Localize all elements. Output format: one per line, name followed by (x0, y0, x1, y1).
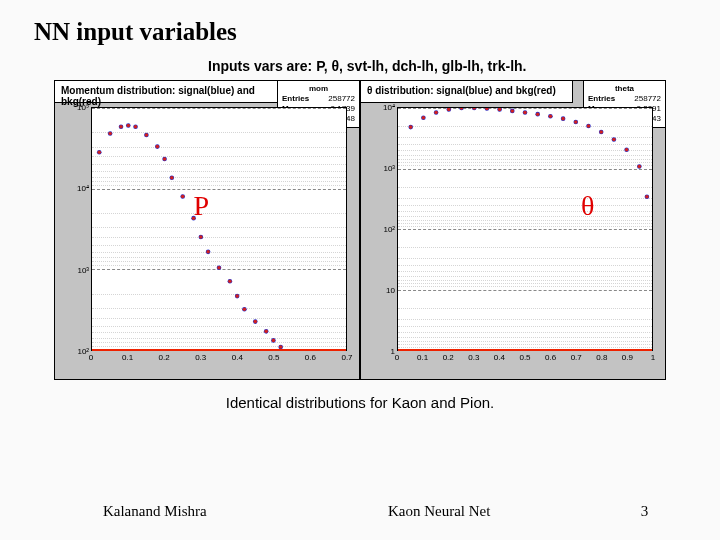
svg-point-76 (587, 124, 591, 128)
footer-author: Kalanand Mishra (0, 503, 310, 520)
svg-point-21 (97, 150, 101, 154)
svg-point-80 (638, 165, 642, 169)
y-axis-ticks: 10⁴10³10²101 (371, 107, 395, 351)
x-axis-line (92, 349, 346, 351)
inputs-list-line: Inputs vars are: P, θ, svt-lh, dch-lh, g… (0, 46, 720, 80)
plot-row: Momentum distribution: signal(blue) and … (0, 80, 720, 380)
svg-point-70 (511, 109, 515, 113)
svg-point-37 (243, 307, 247, 311)
svg-point-34 (217, 266, 221, 270)
svg-point-62 (409, 125, 413, 129)
svg-point-36 (235, 294, 239, 298)
svg-point-64 (434, 111, 438, 115)
stats-name: mom (282, 84, 355, 94)
svg-point-29 (170, 176, 174, 180)
x-axis-line (398, 349, 652, 351)
svg-point-27 (156, 145, 160, 149)
svg-point-35 (228, 279, 232, 283)
svg-point-38 (254, 320, 258, 324)
footer-page: 3 (569, 503, 720, 520)
footer-topic: Kaon Neural Net (310, 503, 569, 520)
variable-letter: θ (581, 190, 594, 222)
svg-point-26 (145, 133, 149, 137)
svg-point-74 (561, 117, 565, 121)
svg-point-40 (272, 339, 276, 343)
svg-point-81 (645, 195, 649, 199)
plot-canvas: θ (397, 107, 653, 351)
svg-point-63 (422, 116, 426, 120)
svg-point-72 (536, 112, 540, 116)
svg-point-79 (625, 148, 629, 152)
svg-point-25 (134, 125, 138, 129)
svg-point-23 (119, 125, 123, 129)
variable-letter: P (194, 190, 210, 222)
slide-footer: Kalanand Mishra Kaon Neural Net 3 (0, 503, 720, 520)
svg-point-77 (599, 130, 603, 134)
data-curve (398, 108, 652, 362)
svg-point-30 (181, 195, 185, 199)
plot-theta: θ distribution: signal(blue) and bkg(red… (360, 80, 666, 380)
svg-point-22 (108, 132, 112, 136)
svg-point-32 (199, 235, 203, 239)
svg-point-24 (127, 124, 131, 128)
svg-point-39 (264, 330, 268, 334)
caption-text: Identical distributions for Kaon and Pio… (0, 380, 720, 411)
svg-point-33 (206, 250, 210, 254)
plot-title: Momentum distribution: signal(blue) and … (55, 81, 281, 103)
svg-point-78 (612, 138, 616, 142)
plot-canvas: P (91, 107, 347, 351)
svg-point-73 (549, 115, 553, 119)
plot-momentum: Momentum distribution: signal(blue) and … (54, 80, 360, 380)
stats-name: theta (588, 84, 661, 94)
page-title: NN input variables (0, 0, 720, 46)
svg-point-28 (163, 157, 167, 161)
svg-point-71 (523, 111, 527, 115)
svg-point-75 (574, 120, 578, 124)
y-axis-ticks: 10⁵10⁴10³10² (65, 107, 89, 351)
plot-title: θ distribution: signal(blue) and bkg(red… (361, 81, 573, 103)
data-curve (92, 108, 346, 362)
